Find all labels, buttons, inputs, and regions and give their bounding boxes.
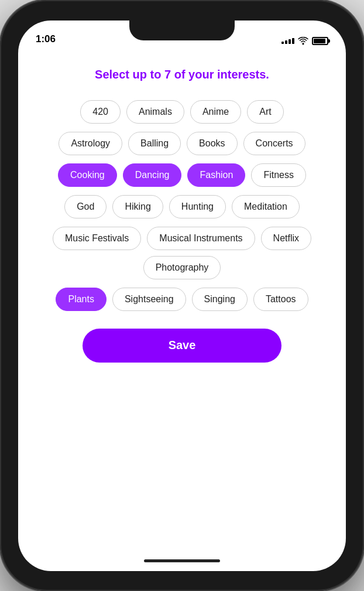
interest-chip-music-festivals[interactable]: Music Festivals: [53, 227, 141, 250]
interests-row: AstrologyBallingBooksConcerts: [59, 132, 305, 155]
interests-row: CookingDancingFashionFitness: [58, 163, 306, 187]
interest-chip-musical-instruments[interactable]: Musical Instruments: [147, 227, 255, 250]
battery-icon: [312, 37, 328, 45]
interest-chip-singing[interactable]: Singing: [192, 288, 248, 311]
interest-chip-god[interactable]: God: [64, 195, 107, 218]
interests-row: 420AnimalsAnimeArt: [80, 100, 283, 124]
phone-frame: 1:06: [0, 0, 364, 591]
interest-chip-balling[interactable]: Balling: [128, 132, 181, 155]
interest-chip-hiking[interactable]: Hiking: [112, 195, 163, 218]
svg-point-0: [303, 43, 304, 45]
phone-screen: 1:06: [18, 21, 346, 571]
wifi-icon: [298, 37, 308, 45]
interest-chip-books[interactable]: Books: [187, 132, 237, 155]
interests-row: Music FestivalsMusical InstrumentsNetfli…: [36, 227, 328, 279]
interest-chip-plants[interactable]: Plants: [56, 288, 106, 311]
page-title: Select up to 7 of your interests.: [95, 66, 269, 83]
interest-chip-tattoos[interactable]: Tattoos: [253, 288, 308, 311]
interests-row: PlantsSightseeingSingingTattoos: [56, 288, 308, 311]
interest-chip-hunting[interactable]: Hunting: [169, 195, 226, 218]
interest-chip-anime[interactable]: Anime: [190, 100, 241, 124]
interest-chip-fitness[interactable]: Fitness: [251, 163, 306, 187]
interest-chip-netflix[interactable]: Netflix: [261, 227, 311, 250]
interest-chip-fashion[interactable]: Fashion: [187, 163, 245, 187]
notch: [129, 21, 235, 40]
home-bar: [144, 559, 220, 562]
interest-chip-meditation[interactable]: Meditation: [232, 195, 300, 218]
interest-chip-sightseeing[interactable]: Sightseeing: [112, 288, 186, 311]
interest-chip-cooking[interactable]: Cooking: [58, 163, 117, 187]
interest-chip-photography[interactable]: Photography: [143, 256, 221, 279]
interest-chip-concerts[interactable]: Concerts: [243, 132, 305, 155]
interests-container: 420AnimalsAnimeArtAstrologyBallingBooksC…: [36, 100, 328, 311]
status-icons: [281, 37, 328, 45]
interest-chip-dancing[interactable]: Dancing: [123, 163, 182, 187]
app-content: Select up to 7 of your interests. 420Ani…: [18, 49, 346, 551]
save-button-container: Save: [36, 329, 328, 363]
status-time: 1:06: [36, 33, 56, 45]
signal-icon: [281, 38, 294, 44]
interest-chip-astrology[interactable]: Astrology: [59, 132, 122, 155]
interest-chip-420[interactable]: 420: [80, 100, 121, 124]
home-indicator: [18, 551, 346, 571]
interest-chip-art[interactable]: Art: [247, 100, 283, 124]
interests-row: GodHikingHuntingMeditation: [64, 195, 300, 218]
save-button[interactable]: Save: [83, 329, 281, 363]
interest-chip-animals[interactable]: Animals: [126, 100, 184, 124]
